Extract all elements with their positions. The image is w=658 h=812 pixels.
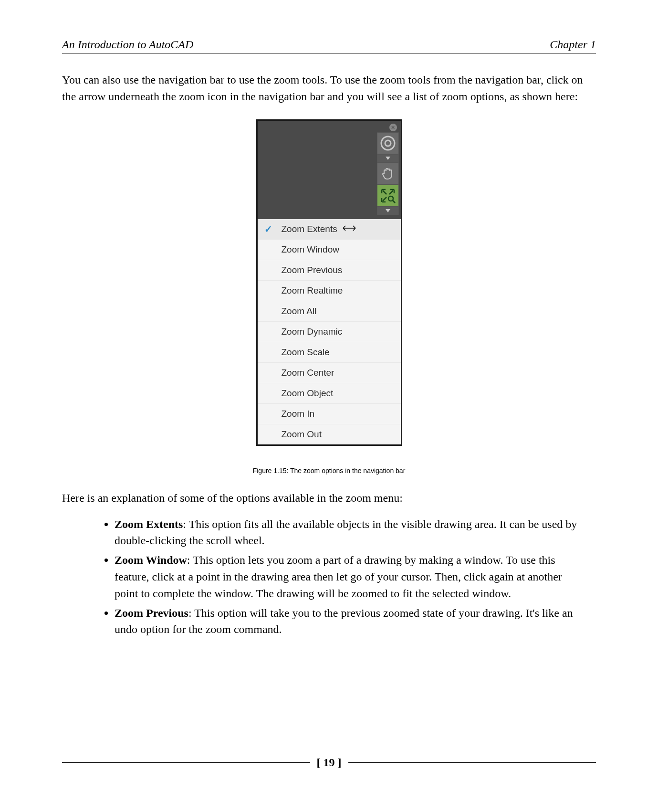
zoom-menu-item[interactable]: Zoom Dynamic (258, 321, 401, 342)
zoom-extents-icon[interactable] (377, 185, 399, 207)
intro-paragraph: You can also use the navigation bar to u… (62, 72, 596, 105)
svg-line-3 (389, 190, 393, 194)
footer-line-right (348, 762, 596, 763)
explanation-desc: : This option fits all the available obj… (115, 518, 577, 547)
page: An Introduction to AutoCAD Chapter 1 You… (0, 0, 658, 812)
explain-intro: Here is an explanation of some of the op… (62, 492, 596, 505)
zoom-menu-item[interactable]: Zoom Previous (258, 260, 401, 280)
explanation-term: Zoom Extents (115, 518, 183, 530)
navigation-bar-figure: ✕ (256, 119, 402, 446)
explanation-term: Zoom Previous (115, 607, 188, 619)
svg-line-2 (383, 190, 386, 194)
check-icon: ✓ (264, 223, 272, 235)
menu-item-label: Zoom Object (282, 388, 334, 399)
menu-item-label: Zoom Center (282, 368, 334, 378)
cursor-icon (342, 224, 356, 234)
page-header: An Introduction to AutoCAD Chapter 1 (62, 38, 596, 53)
zoom-menu-item[interactable]: Zoom Scale (258, 342, 401, 362)
page-footer: [ 19 ] (62, 756, 596, 769)
navbar-background: ✕ (258, 121, 401, 219)
menu-item-label: Zoom Realtime (282, 285, 343, 296)
menu-item-label: Zoom Dynamic (282, 327, 343, 337)
menu-item-label: Zoom All (282, 306, 317, 316)
footer-line-left (62, 762, 310, 763)
svg-point-5 (388, 196, 393, 201)
chapter-label: Chapter 1 (550, 38, 596, 51)
figure-container: ✕ (62, 119, 596, 446)
close-icon[interactable]: ✕ (389, 124, 397, 131)
zoom-menu-item[interactable]: Zoom Object (258, 383, 401, 403)
zoom-menu-item[interactable]: Zoom Window (258, 239, 401, 260)
svg-line-4 (383, 197, 386, 201)
dropdown-icon[interactable] (377, 207, 399, 215)
zoom-menu-item[interactable]: Zoom Center (258, 362, 401, 383)
explanation-list: Zoom Extents: This option fits all the a… (62, 516, 596, 638)
zoom-menu-item[interactable]: ✓Zoom Extents (258, 219, 401, 239)
zoom-menu-item[interactable]: Zoom In (258, 403, 401, 424)
dropdown-icon[interactable] (377, 154, 399, 163)
menu-item-label: Zoom Window (282, 244, 339, 255)
explanation-term: Zoom Window (115, 554, 187, 566)
menu-item-label: Zoom Previous (282, 265, 343, 275)
zoom-menu-item[interactable]: Zoom Out (258, 424, 401, 444)
figure-caption: Figure 1.15: The zoom options in the nav… (62, 467, 596, 475)
explanation-item: Zoom Extents: This option fits all the a… (115, 516, 596, 549)
pan-hand-icon[interactable] (377, 163, 399, 185)
zoom-menu-item[interactable]: Zoom Realtime (258, 280, 401, 301)
menu-item-label: Zoom In (282, 409, 315, 419)
zoom-menu-list: ✓Zoom ExtentsZoom WindowZoom PreviousZoo… (258, 219, 401, 444)
menu-item-label: Zoom Out (282, 429, 322, 440)
explanation-item: Zoom Previous: This option will take you… (115, 605, 596, 638)
menu-item-label: Zoom Extents (282, 224, 337, 234)
page-number: [ 19 ] (310, 756, 348, 769)
zoom-menu-item[interactable]: Zoom All (258, 301, 401, 321)
explanation-item: Zoom Window: This option lets you zoom a… (115, 552, 596, 601)
steering-wheel-icon[interactable] (377, 132, 399, 154)
book-title: An Introduction to AutoCAD (62, 38, 193, 51)
navbar-icon-column (377, 132, 398, 215)
menu-item-label: Zoom Scale (282, 347, 330, 358)
svg-point-1 (385, 140, 391, 146)
svg-point-0 (381, 137, 395, 150)
svg-line-6 (393, 200, 395, 203)
